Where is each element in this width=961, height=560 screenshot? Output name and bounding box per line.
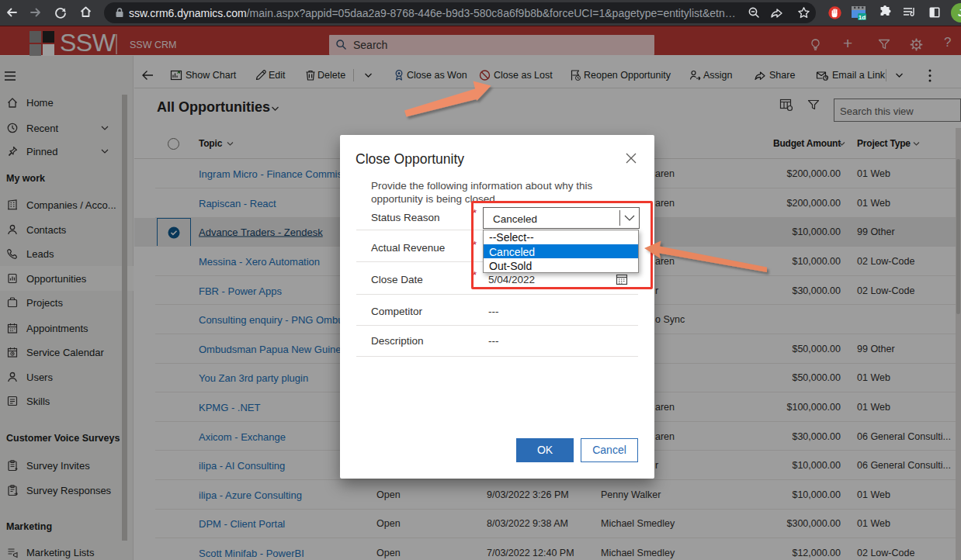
svg-text:1d: 1d — [859, 14, 866, 21]
